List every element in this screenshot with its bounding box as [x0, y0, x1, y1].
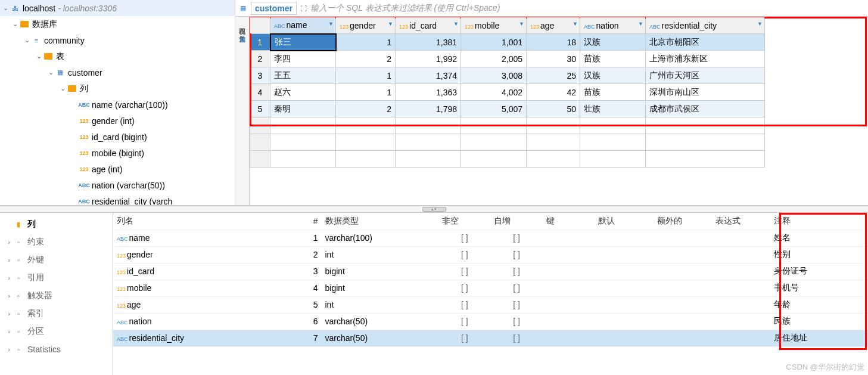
cell-age[interactable]: 25	[527, 67, 580, 84]
cell-name[interactable]: 王五	[270, 67, 336, 84]
cell-city[interactable]: 上海市浦东新区	[646, 51, 765, 67]
sql-filter-input[interactable]: 输入一个 SQL 表达式来过滤结果 (使用 Ctrl+Space)	[310, 3, 500, 14]
schema-col-default[interactable]	[595, 313, 653, 330]
data-grid[interactable]: ABCname▼123gender▼123id_card▼123mobile▼1…	[250, 17, 765, 168]
schema-col-default[interactable]	[595, 246, 653, 263]
dropdown-icon[interactable]: ▼	[453, 21, 459, 27]
tree-columns-folder[interactable]: ⌄ 列	[0, 80, 235, 97]
dropdown-icon[interactable]: ▼	[388, 21, 393, 27]
schema-col-num[interactable]: 2	[282, 246, 322, 263]
column-header-age[interactable]: 123age▼	[527, 17, 580, 34]
tree-schema[interactable]: ⌄ ≡ community	[0, 32, 235, 48]
schema-col-key[interactable]	[543, 280, 595, 296]
cell-idcard[interactable]: 1,363	[396, 84, 461, 101]
column-header-nation[interactable]: ABCnation▼	[580, 17, 646, 34]
chevron-down-icon[interactable]: ⌄	[23, 36, 31, 44]
schema-col-key[interactable]	[543, 230, 595, 246]
schema-col-type[interactable]: int	[322, 296, 439, 313]
schema-col-default[interactable]	[595, 330, 653, 346]
schema-col-key[interactable]	[543, 263, 595, 280]
schema-col-extra[interactable]	[654, 330, 712, 346]
tree-column[interactable]: ABCnation (varchar(50))	[0, 177, 235, 193]
schema-col-extra[interactable]	[654, 280, 712, 296]
schema-col-notnull[interactable]: [ ]	[438, 280, 490, 296]
schema-header-key[interactable]: 键	[543, 213, 595, 230]
schema-col-notnull[interactable]: [ ]	[438, 263, 490, 280]
tab-customer[interactable]: customer	[251, 2, 297, 15]
cell-age[interactable]: 18	[527, 34, 580, 51]
cell-idcard[interactable]: 1,798	[396, 101, 461, 117]
schema-col-default[interactable]	[595, 263, 653, 280]
schema-col-comment[interactable]: 身份证号	[770, 263, 868, 280]
row-number[interactable]: 2	[250, 51, 270, 67]
cell-idcard[interactable]: 1,992	[396, 51, 461, 67]
schema-col-autoinc[interactable]: [ ]	[490, 330, 542, 346]
vtab-view[interactable]: 视图	[237, 19, 248, 26]
tree-column[interactable]: 123gender (int)	[0, 113, 235, 129]
column-header-id_card[interactable]: 123id_card▼	[396, 17, 461, 34]
schema-col-expr[interactable]	[712, 230, 770, 246]
schema-row[interactable]: ABCname 1 varchar(100) [ ] [ ] 姓名	[113, 230, 868, 246]
schema-col-expr[interactable]	[712, 296, 770, 313]
schema-header-name[interactable]: 列名	[113, 213, 282, 230]
schema-col-notnull[interactable]: [ ]	[438, 230, 490, 246]
schema-header-expr[interactable]: 表达式	[712, 213, 770, 230]
schema-col-num[interactable]: 5	[282, 296, 322, 313]
properties-tab-folder[interactable]: ▮列	[0, 215, 113, 233]
cell-name[interactable]: 张三	[270, 34, 336, 51]
horizontal-splitter[interactable]: ▴ ▾	[0, 206, 868, 213]
cell-mobile[interactable]: 5,007	[461, 101, 527, 117]
column-header-name[interactable]: ABCname▼	[270, 17, 336, 34]
schema-row[interactable]: ABCnation 6 varchar(50) [ ] [ ] 民族	[113, 313, 868, 330]
cell-gender[interactable]: 2	[336, 101, 396, 117]
chevron-down-icon[interactable]: ⌄	[11, 20, 19, 28]
schema-header-notnull[interactable]: 非空	[438, 213, 490, 230]
chevron-down-icon[interactable]: ⌄	[46, 69, 55, 76]
cell-nation[interactable]: 苗族	[580, 51, 646, 67]
schema-col-key[interactable]	[543, 296, 595, 313]
tree-column[interactable]: 123mobile (bigint)	[0, 145, 235, 161]
schema-col-expr[interactable]	[712, 330, 770, 346]
properties-tab-fk[interactable]: ›▫外键	[0, 251, 113, 269]
schema-col-autoinc[interactable]: [ ]	[490, 230, 542, 246]
cell-mobile[interactable]: 2,005	[461, 51, 527, 67]
data-row[interactable]: 4 赵六 1 1,363 4,002 42 苗族 深圳市南山区	[250, 84, 765, 101]
schema-col-autoinc[interactable]: [ ]	[490, 246, 542, 263]
row-number[interactable]: 3	[250, 67, 270, 84]
cell-age[interactable]: 50	[527, 101, 580, 117]
dropdown-icon[interactable]: ▼	[328, 21, 334, 27]
vtab-text[interactable]: 长文	[237, 26, 248, 33]
cell-nation[interactable]: 汉族	[580, 67, 646, 84]
chevron-down-icon[interactable]: ⌄	[35, 52, 43, 60]
schema-col-notnull[interactable]: [ ]	[438, 313, 490, 330]
dropdown-icon[interactable]: ▼	[573, 21, 578, 27]
dropdown-icon[interactable]: ▼	[519, 21, 524, 27]
schema-col-num[interactable]: 7	[282, 330, 322, 346]
properties-tab-trigger[interactable]: ›▫触发器	[0, 287, 113, 305]
cell-mobile[interactable]: 3,008	[461, 67, 527, 84]
schema-row[interactable]: 123id_card 3 bigint [ ] [ ] 身份证号	[113, 263, 868, 280]
schema-col-expr[interactable]	[712, 313, 770, 330]
schema-col-extra[interactable]	[654, 313, 712, 330]
cell-gender[interactable]: 1	[336, 84, 396, 101]
schema-col-autoinc[interactable]: [ ]	[490, 263, 542, 280]
schema-col-name[interactable]: 123gender	[113, 246, 282, 263]
schema-col-key[interactable]	[543, 313, 595, 330]
schema-col-key[interactable]	[543, 330, 595, 346]
data-row[interactable]: 5 秦明 2 1,798 5,007 50 壮族 成都市武侯区	[250, 101, 765, 117]
schema-col-extra[interactable]	[654, 230, 712, 246]
schema-col-num[interactable]: 6	[282, 313, 322, 330]
cell-city[interactable]: 成都市武侯区	[646, 101, 765, 117]
schema-col-comment[interactable]: 性别	[770, 246, 868, 263]
schema-col-type[interactable]: int	[322, 246, 439, 263]
schema-col-autoinc[interactable]: [ ]	[490, 313, 542, 330]
tree-host[interactable]: ⌄ 🖧 localhost - localhost:3306	[0, 0, 235, 16]
column-header-gender[interactable]: 123gender▼	[336, 17, 396, 34]
row-number[interactable]: 5	[250, 101, 270, 117]
schema-col-name[interactable]: 123id_card	[113, 263, 282, 280]
schema-col-comment[interactable]: 居住地址	[770, 330, 868, 346]
cell-age[interactable]: 30	[527, 51, 580, 67]
schema-col-type[interactable]: varchar(50)	[322, 330, 439, 346]
schema-col-name[interactable]: ABCnation	[113, 313, 282, 330]
schema-col-name[interactable]: 123mobile	[113, 280, 282, 296]
